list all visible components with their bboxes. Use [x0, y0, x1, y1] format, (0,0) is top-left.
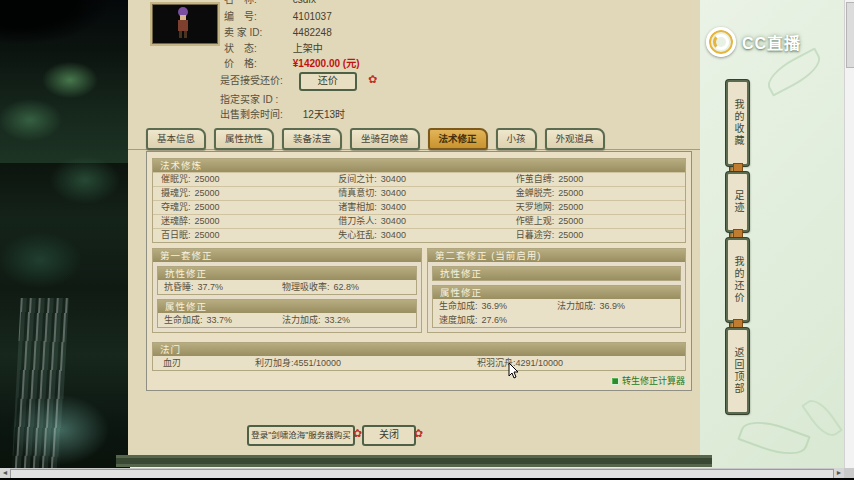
- skill-name: 日暮途穷: [516, 230, 559, 240]
- seller-value: 4482248: [293, 27, 332, 38]
- bargain-button[interactable]: 还价: [299, 72, 357, 91]
- item-name-row: 名 称: csdfx: [224, 0, 316, 7]
- red-seal-icon: ✿: [414, 428, 423, 439]
- tree-silhouette: [0, 0, 130, 60]
- tab-attributes-resist[interactable]: 属性抗性: [214, 128, 274, 150]
- tab-equipment-treasure[interactable]: 装备法宝: [282, 128, 342, 150]
- stat-value: 37.7%: [198, 282, 224, 292]
- red-seal-icon: ✿: [353, 428, 362, 439]
- set1-header: 第一套修正: [153, 249, 421, 262]
- skill-name: 催眠咒: [161, 174, 195, 184]
- tab-spell-correction[interactable]: 法术修正: [428, 128, 488, 150]
- login-server-buy-button[interactable]: 登录"剑啸沧海"服务器购买 ✿: [247, 425, 355, 446]
- seller-row: 卖 家 ID: 4482248: [224, 26, 332, 40]
- skill-value: 25000: [558, 202, 583, 212]
- famen-header: 法门: [153, 343, 685, 356]
- stat-name: 法力加成: [282, 315, 325, 325]
- status-label: 状 态:: [224, 42, 286, 56]
- famen-box: 法门 血刃 利刃加身:4551/10000 积羽沉舟:4291/10000: [152, 342, 686, 371]
- tab-basic-info[interactable]: 基本信息: [146, 128, 206, 150]
- side-tab-connector: [733, 319, 743, 328]
- side-tab-my-counteroffers[interactable]: 我的还价: [726, 238, 749, 322]
- login-button-label: 登录"剑啸沧海"服务器购买: [251, 430, 351, 440]
- price-row: 价 格: ¥14200.00 (元): [224, 57, 360, 71]
- side-tab-connector: [733, 229, 743, 238]
- skill-name: 反间之计: [338, 174, 381, 184]
- skill-value: 30400: [381, 188, 406, 198]
- item-thumbnail[interactable]: [150, 2, 220, 46]
- table-row: 生命加成33.7% 法力加成33.2%: [158, 313, 416, 327]
- leaf-decoration: [737, 413, 810, 463]
- mouse-cursor-icon: [508, 362, 520, 384]
- set2-resist-header: 抗性修正: [433, 267, 680, 280]
- spell-correction-content: 法术修炼 催眠咒25000 反间之计30400 作茧自缚25000 摄魂咒250…: [146, 151, 692, 391]
- item-number-row: 编 号: 4101037: [224, 10, 332, 24]
- stat-value: 36.9%: [482, 301, 508, 311]
- name-label: 名 称:: [224, 0, 286, 7]
- stat-value: 27.6%: [482, 315, 508, 325]
- number-value: 4101037: [293, 11, 332, 22]
- skill-value: 25000: [195, 230, 220, 240]
- side-tab-favorites[interactable]: 我的收藏: [726, 80, 749, 166]
- skill-value: 30400: [381, 230, 406, 240]
- panel-content: 名 称: csdfx 编 号: 4101037 卖 家 ID: 4482248 …: [128, 0, 700, 455]
- red-seal-icon: ✿: [368, 74, 377, 85]
- game-background-art: [0, 0, 130, 480]
- skill-value: 25000: [195, 216, 220, 226]
- tab-children[interactable]: 小孩: [496, 128, 537, 150]
- tab-appearance-items[interactable]: 外观道具: [545, 128, 605, 150]
- table-row: 百日眠25000 失心狂乱30400 日暮途穷25000: [153, 228, 685, 242]
- tab-bar: 基本信息 属性抗性 装备法宝 坐骑召唤兽 法术修正 小孩 外观道具: [146, 128, 605, 150]
- scroll-right-arrow-icon[interactable]: ►: [834, 468, 844, 478]
- skill-value: 30400: [381, 216, 406, 226]
- tab-mount-summon[interactable]: 坐骑召唤兽: [350, 128, 420, 150]
- calculator-link-label: 转生修正计算器: [622, 374, 685, 387]
- set1-resist-box: 抗性修正 抗昏睡37.7% 物理吸收率62.8%: [157, 266, 417, 295]
- buyer-label: 指定买家 ID :: [220, 93, 296, 107]
- rebirth-calculator-link[interactable]: 转生修正计算器: [611, 374, 685, 387]
- skill-name: 夺魂咒: [161, 202, 195, 212]
- skill-value: 25000: [558, 230, 583, 240]
- scroll-left-arrow-icon[interactable]: ◄: [0, 468, 10, 478]
- famen-entry: 利刃加身:4551/10000: [255, 356, 477, 370]
- skill-name: 作壁上观: [516, 216, 559, 226]
- side-tab-footprints[interactable]: 足迹: [726, 172, 749, 232]
- price-label: 价 格:: [224, 57, 286, 71]
- table-row: 抗昏睡37.7% 物理吸收率62.8%: [158, 280, 416, 294]
- seller-label: 卖 家 ID:: [224, 26, 286, 40]
- famen-entry: 积羽沉舟:4291/10000: [477, 356, 563, 370]
- stat-value: 62.8%: [334, 282, 360, 292]
- stat-name: 速度加成: [439, 315, 482, 325]
- skill-value: 25000: [195, 174, 220, 184]
- skill-value: 25000: [558, 174, 583, 184]
- cc-live-logo: CC直播: [706, 27, 801, 57]
- horizontal-scrollbar[interactable]: ◄ ►: [0, 468, 854, 478]
- skill-name: 金蝉脱壳: [516, 188, 559, 198]
- skill-value: 30400: [381, 202, 406, 212]
- vertical-scrollbar-thumb[interactable]: [846, 2, 854, 68]
- time-label: 出售剩余时间:: [220, 108, 296, 122]
- skill-name: 作茧自缚: [516, 174, 559, 184]
- set2-attr-header: 属性修正: [433, 286, 680, 299]
- spell-cultivation-box: 法术修炼 催眠咒25000 反间之计30400 作茧自缚25000 摄魂咒250…: [152, 158, 686, 243]
- famen-name: 血刃: [153, 356, 255, 370]
- side-tab-back-to-top[interactable]: 返回顶部: [726, 328, 749, 414]
- calculator-icon: [611, 377, 619, 385]
- stat-name: 物理吸收率: [282, 282, 334, 292]
- stat-value: 36.9%: [600, 301, 626, 311]
- set2-attr-box: 属性修正 生命加成36.9% 法力加成36.9% 速度加成27.6%: [432, 285, 681, 328]
- set2-header: 第二套修正 (当前启用): [428, 249, 685, 262]
- name-value: csdfx: [293, 0, 316, 5]
- set2-resist-box: 抗性修正: [432, 266, 681, 281]
- close-button[interactable]: 关闭 ✿: [362, 425, 416, 446]
- table-row: 血刃 利刃加身:4551/10000 积羽沉舟:4291/10000: [153, 356, 685, 370]
- status-row: 状 态: 上架中: [224, 42, 323, 56]
- panel-frame-left: [116, 0, 128, 467]
- screen: CC直播 名 称: csdfx 编 号:: [0, 0, 854, 480]
- vertical-scrollbar[interactable]: [844, 0, 854, 469]
- stat-name: 法力加成: [557, 301, 600, 311]
- time-row: 出售剩余时间: 12天13时: [220, 108, 345, 122]
- buyer-row: 指定买家 ID :: [220, 93, 300, 107]
- close-button-label: 关闭: [379, 429, 399, 440]
- stat-value: 33.2%: [325, 315, 351, 325]
